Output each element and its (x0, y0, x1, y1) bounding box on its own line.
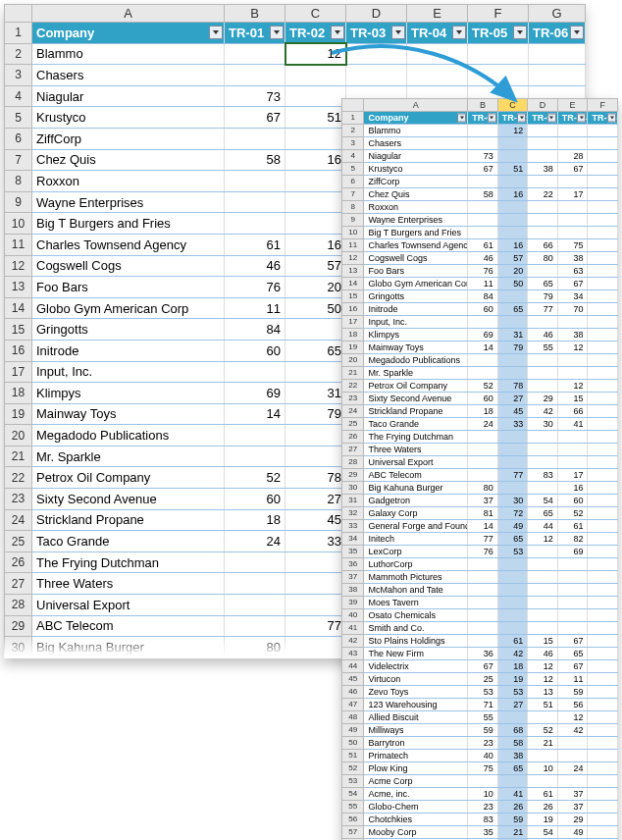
table-header-cell[interactable]: TR-02 (285, 23, 346, 44)
data-cell[interactable]: 76 (225, 277, 285, 298)
data-cell[interactable] (497, 137, 528, 150)
data-cell[interactable]: 13 (528, 686, 558, 699)
company-cell[interactable]: Sixty Second Avenue (32, 489, 225, 510)
data-cell[interactable]: 52 (225, 467, 285, 489)
row-header[interactable]: 10 (5, 213, 32, 235)
company-cell[interactable]: Cogswell Cogs (32, 255, 225, 277)
company-cell[interactable]: Klimpys (32, 383, 225, 404)
data-cell[interactable] (497, 584, 528, 597)
data-cell[interactable]: 52 (468, 380, 498, 393)
data-cell[interactable] (468, 316, 498, 329)
data-cell[interactable]: 80 (468, 482, 498, 495)
data-cell[interactable] (557, 571, 588, 584)
data-cell[interactable] (468, 431, 498, 444)
data-cell[interactable] (225, 171, 285, 192)
data-cell[interactable]: 44 (528, 520, 558, 533)
col-header[interactable]: C (285, 5, 346, 23)
data-cell[interactable] (588, 814, 618, 826)
row-header[interactable]: 2 (5, 43, 32, 65)
company-cell[interactable]: Blammo (364, 125, 468, 137)
company-cell[interactable]: Sto Plains Holdings (364, 635, 468, 648)
row-header[interactable]: 6 (5, 128, 32, 149)
company-cell[interactable]: Globo-Chem (364, 801, 468, 814)
data-cell[interactable] (497, 431, 528, 444)
data-cell[interactable] (285, 319, 346, 341)
data-cell[interactable] (497, 558, 528, 571)
data-cell[interactable]: 30 (497, 495, 528, 507)
data-cell[interactable]: 55 (468, 711, 498, 724)
company-cell[interactable]: Roxxon (32, 171, 225, 192)
data-cell[interactable] (588, 558, 618, 571)
data-cell[interactable] (528, 316, 558, 329)
row-header[interactable]: 14 (5, 297, 32, 319)
filter-button[interactable] (457, 114, 466, 123)
data-cell[interactable] (588, 380, 618, 393)
data-cell[interactable] (468, 65, 529, 86)
data-cell[interactable]: 67 (557, 278, 588, 290)
data-cell[interactable] (588, 444, 618, 456)
company-cell[interactable]: The New Firm (364, 648, 468, 660)
data-cell[interactable]: 63 (557, 265, 588, 278)
row-header[interactable]: 35 (342, 546, 364, 558)
company-cell[interactable]: Globo Gym American Corp (32, 297, 225, 319)
row-header[interactable]: 15 (5, 319, 32, 341)
company-cell[interactable]: Acme Corp (364, 775, 468, 788)
data-cell[interactable] (285, 85, 346, 107)
data-cell[interactable]: 67 (468, 163, 498, 176)
data-cell[interactable]: 79 (285, 403, 346, 425)
col-header[interactable] (342, 99, 364, 112)
data-cell[interactable] (588, 597, 618, 609)
data-cell[interactable] (588, 609, 618, 622)
data-cell[interactable]: 12 (557, 380, 588, 393)
data-cell[interactable] (468, 635, 498, 648)
data-cell[interactable] (225, 43, 285, 65)
row-header[interactable]: 16 (5, 340, 32, 361)
data-cell[interactable]: 78 (497, 380, 528, 393)
data-cell[interactable] (468, 597, 498, 609)
data-cell[interactable]: 26 (528, 801, 558, 814)
company-cell[interactable]: Krustyco (32, 107, 225, 129)
data-cell[interactable]: 81 (468, 507, 498, 520)
data-cell[interactable]: 56 (557, 699, 588, 711)
data-cell[interactable] (588, 137, 618, 150)
data-cell[interactable]: 23 (468, 801, 498, 814)
data-cell[interactable] (285, 637, 346, 658)
data-cell[interactable]: 77 (468, 533, 498, 546)
data-cell[interactable]: 12 (497, 125, 528, 137)
company-cell[interactable]: Zevo Toys (364, 686, 468, 699)
data-cell[interactable]: 77 (285, 615, 346, 637)
row-header[interactable]: 12 (342, 252, 364, 265)
row-header[interactable]: 8 (5, 171, 32, 192)
row-header[interactable]: 4 (342, 150, 364, 163)
data-cell[interactable] (588, 303, 618, 316)
data-cell[interactable] (588, 367, 618, 380)
data-cell[interactable] (528, 546, 558, 558)
data-cell[interactable] (528, 150, 558, 163)
row-header[interactable]: 29 (342, 469, 364, 482)
data-cell[interactable]: 65 (497, 303, 528, 316)
data-cell[interactable] (588, 418, 618, 431)
company-cell[interactable]: Niagular (32, 85, 225, 107)
data-cell[interactable]: 60 (468, 303, 498, 316)
filter-button[interactable] (570, 26, 584, 39)
company-cell[interactable]: Megadodo Publications (32, 425, 225, 446)
row-header[interactable]: 1 (5, 23, 32, 44)
company-cell[interactable]: Mainway Toys (32, 403, 225, 425)
data-cell[interactable]: 69 (557, 546, 588, 558)
data-cell[interactable] (225, 551, 285, 573)
data-cell[interactable] (497, 176, 528, 188)
row-header[interactable]: 57 (342, 826, 364, 839)
company-cell[interactable]: Chasers (364, 137, 468, 150)
data-cell[interactable]: 52 (557, 507, 588, 520)
data-cell[interactable]: 17 (557, 469, 588, 482)
data-cell[interactable] (588, 724, 618, 737)
row-header[interactable]: 9 (5, 191, 32, 213)
data-cell[interactable] (285, 65, 346, 86)
data-cell[interactable]: 37 (468, 495, 498, 507)
table-header-cell[interactable]: TR-01 (225, 23, 285, 44)
data-cell[interactable]: 38 (557, 329, 588, 341)
col-header[interactable]: B (225, 5, 285, 23)
data-cell[interactable] (225, 128, 285, 149)
company-cell[interactable]: Mr. Sparkle (364, 367, 468, 380)
col-header[interactable]: E (407, 5, 468, 23)
